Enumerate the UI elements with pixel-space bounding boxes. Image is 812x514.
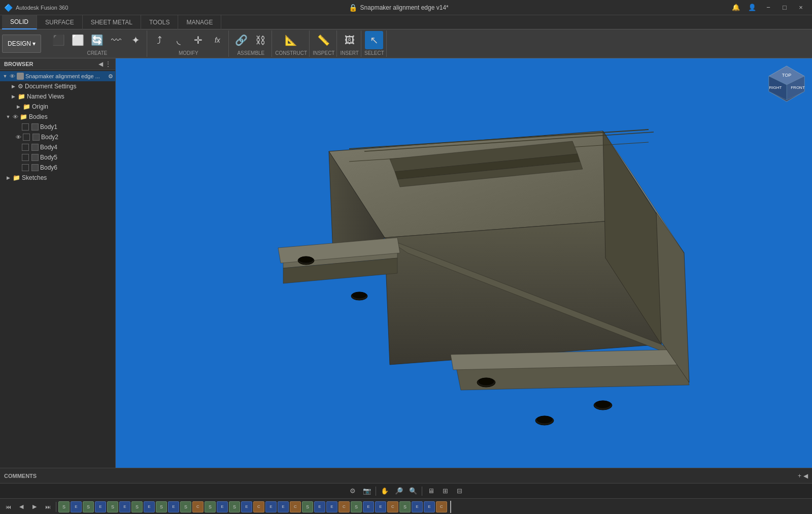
- as-built-joint-button[interactable]: ⛓: [251, 31, 269, 49]
- timeline-marker-21[interactable]: S: [302, 501, 313, 512]
- timeline-go-end[interactable]: ⏭: [42, 501, 54, 513]
- timeline-marker-16[interactable]: E: [241, 501, 252, 512]
- design-dropdown[interactable]: DESIGN ▾: [2, 35, 41, 53]
- comments-collapse-button[interactable]: ◀: [803, 472, 808, 479]
- timeline-go-start[interactable]: ⏮: [2, 501, 14, 513]
- eye-icon-bodies[interactable]: 👁: [13, 114, 18, 120]
- profile-icon[interactable]: 👤: [745, 2, 759, 13]
- expand-arrow-origin[interactable]: ▶: [15, 104, 21, 110]
- timeline-marker-1[interactable]: S: [58, 501, 70, 512]
- tab-tools[interactable]: TOOLS: [141, 15, 178, 29]
- minimize-button[interactable]: −: [761, 2, 775, 13]
- timeline-marker-25[interactable]: S: [351, 501, 362, 512]
- timeline-marker-9[interactable]: S: [156, 501, 167, 512]
- browser-item-doc-settings[interactable]: ▶ ⚙ Document Settings: [0, 81, 115, 91]
- timeline-marker-13[interactable]: S: [205, 501, 216, 512]
- timeline-step-back[interactable]: ◀: [15, 501, 27, 513]
- grid-settings-button[interactable]: ⊞: [438, 485, 452, 497]
- capture-position-button[interactable]: 📷: [360, 485, 374, 497]
- press-pull-button[interactable]: ⤴: [150, 31, 168, 49]
- timeline-marker-6[interactable]: E: [119, 501, 130, 512]
- checkbox-body4[interactable]: [22, 144, 29, 151]
- pan-button[interactable]: ✋: [378, 485, 391, 497]
- move-button[interactable]: ✛: [189, 31, 207, 49]
- timeline-marker-19[interactable]: E: [278, 501, 289, 512]
- expand-arrow-bodies[interactable]: ▼: [5, 114, 11, 120]
- expand-arrow-sketches[interactable]: ▶: [5, 175, 11, 181]
- timeline-marker-3[interactable]: S: [83, 501, 94, 512]
- extrude-button[interactable]: ⬜: [69, 31, 87, 49]
- timeline-marker-18[interactable]: E: [265, 501, 277, 512]
- browser-item-body5[interactable]: ▶ Body5: [0, 152, 115, 163]
- eye-icon-root[interactable]: 👁: [10, 73, 15, 79]
- tab-surface[interactable]: SURFACE: [37, 15, 83, 29]
- viewport-settings-button[interactable]: ⊟: [453, 485, 466, 497]
- zoom-fit-button[interactable]: 🔎: [392, 485, 405, 497]
- timeline-marker-15[interactable]: S: [229, 501, 240, 512]
- expand-arrow-root[interactable]: ▼: [2, 73, 8, 79]
- expand-arrow-named-views[interactable]: ▶: [10, 93, 16, 100]
- timeline-marker-12[interactable]: C: [192, 501, 204, 512]
- browser-item-named-views[interactable]: ▶ 📁 Named Views: [0, 91, 115, 102]
- tab-manage[interactable]: MANAGE: [178, 15, 221, 29]
- browser-item-body6[interactable]: ▶ Body6: [0, 163, 115, 173]
- timeline-marker-20[interactable]: C: [290, 501, 301, 512]
- browser-item-body2[interactable]: ▶ 👁 Body2: [0, 132, 115, 142]
- timeline-marker-27[interactable]: E: [375, 501, 386, 512]
- expand-arrow-doc[interactable]: ▶: [10, 83, 16, 89]
- timeline-marker-28[interactable]: C: [387, 501, 398, 512]
- insert-image-button[interactable]: 🖼: [341, 31, 359, 49]
- timeline-marker-5[interactable]: S: [107, 501, 118, 512]
- close-button[interactable]: ×: [794, 2, 808, 13]
- joint-button[interactable]: 🔗: [232, 31, 250, 49]
- checkbox-body6[interactable]: [22, 164, 29, 171]
- browser-item-root[interactable]: ▼ 👁 Snapmaker alignment edge ... ⚙: [0, 71, 115, 81]
- snap-settings-button[interactable]: ⚙: [346, 485, 359, 497]
- tab-solid[interactable]: SOLID: [2, 15, 37, 29]
- sweep-button[interactable]: 〰: [107, 31, 125, 49]
- timeline-marker-7[interactable]: S: [131, 501, 143, 512]
- timeline-marker-10[interactable]: E: [168, 501, 179, 512]
- browser-collapse-button[interactable]: ◀: [98, 60, 103, 68]
- timeline-marker-14[interactable]: E: [217, 501, 228, 512]
- timeline-marker-11[interactable]: S: [180, 501, 191, 512]
- notifications-icon[interactable]: 🔔: [729, 2, 743, 13]
- timeline-marker-29[interactable]: S: [399, 501, 411, 512]
- fillet-button[interactable]: ◟: [170, 31, 188, 49]
- select-button[interactable]: ↖: [365, 31, 383, 49]
- comments-add-button[interactable]: +: [798, 472, 801, 479]
- timeline-play[interactable]: ▶: [28, 501, 41, 513]
- timeline-marker-4[interactable]: E: [95, 501, 106, 512]
- new-component-button[interactable]: ⬛: [49, 31, 67, 49]
- browser-item-body1[interactable]: ▶ Body1: [0, 122, 115, 132]
- timeline-marker-22[interactable]: E: [314, 501, 325, 512]
- browser-item-bodies[interactable]: ▼ 👁 📁 Bodies: [0, 112, 115, 122]
- timeline-marker-32[interactable]: C: [436, 501, 447, 512]
- settings-icon-root[interactable]: ⚙: [108, 73, 113, 80]
- timeline-marker-30[interactable]: E: [412, 501, 423, 512]
- timeline-marker-31[interactable]: E: [424, 501, 435, 512]
- loft-button[interactable]: ✦: [126, 31, 145, 49]
- timeline-marker-23[interactable]: E: [326, 501, 337, 512]
- browser-item-origin[interactable]: ▶ 📁 Origin: [0, 102, 115, 112]
- fx-button[interactable]: fx: [208, 31, 226, 49]
- timeline-marker-26[interactable]: E: [363, 501, 374, 512]
- checkbox-body1[interactable]: [22, 123, 29, 131]
- tab-sheet-metal[interactable]: SHEET METAL: [83, 15, 141, 29]
- maximize-button[interactable]: □: [777, 2, 792, 13]
- browser-options-button[interactable]: ⋮: [105, 60, 111, 68]
- display-settings-button[interactable]: 🖥: [424, 485, 437, 497]
- browser-item-body4[interactable]: ▶ Body4: [0, 142, 115, 152]
- browser-item-sketches[interactable]: ▶ 📁 Sketches: [0, 173, 115, 183]
- timeline-marker-17[interactable]: C: [253, 501, 264, 512]
- timeline-marker-24[interactable]: C: [339, 501, 350, 512]
- offset-plane-button[interactable]: 📐: [282, 31, 300, 49]
- measure-button[interactable]: 📏: [315, 31, 333, 49]
- revolve-button[interactable]: 🔄: [88, 31, 106, 49]
- zoom-button[interactable]: 🔍: [407, 485, 420, 497]
- checkbox-body5[interactable]: [22, 154, 29, 161]
- checkbox-body2[interactable]: [23, 134, 30, 141]
- timeline-marker-8[interactable]: E: [144, 501, 155, 512]
- eye-icon-body2[interactable]: 👁: [16, 134, 21, 140]
- viewport[interactable]: TOP FRONT RIGHT: [116, 58, 812, 468]
